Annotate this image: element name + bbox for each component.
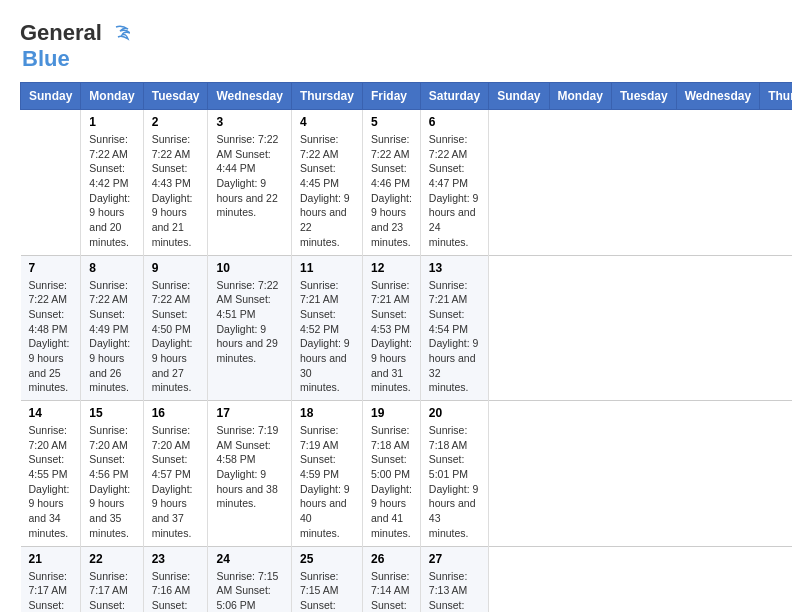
- day-number: 18: [300, 406, 354, 420]
- day-header-sunday: Sunday: [21, 83, 81, 110]
- day-info: Sunrise: 7:22 AM Sunset: 4:50 PM Dayligh…: [152, 278, 200, 396]
- day-number: 1: [89, 115, 134, 129]
- day-header-thursday: Thursday: [291, 83, 362, 110]
- day-info: Sunrise: 7:18 AM Sunset: 5:00 PM Dayligh…: [371, 423, 412, 541]
- day-number: 9: [152, 261, 200, 275]
- calendar-header-row: SundayMondayTuesdayWednesdayThursdayFrid…: [21, 83, 793, 110]
- day-info: Sunrise: 7:22 AM Sunset: 4:45 PM Dayligh…: [300, 132, 354, 250]
- logo-text: General: [20, 20, 130, 46]
- day-info: Sunrise: 7:20 AM Sunset: 4:57 PM Dayligh…: [152, 423, 200, 541]
- calendar-cell: 10Sunrise: 7:22 AM Sunset: 4:51 PM Dayli…: [208, 255, 291, 401]
- calendar-cell: 21Sunrise: 7:17 AM Sunset: 5:03 PM Dayli…: [21, 546, 81, 612]
- day-header-sunday: Sunday: [489, 83, 549, 110]
- calendar-cell: 24Sunrise: 7:15 AM Sunset: 5:06 PM Dayli…: [208, 546, 291, 612]
- day-info: Sunrise: 7:22 AM Sunset: 4:44 PM Dayligh…: [216, 132, 282, 220]
- week-row-3: 14Sunrise: 7:20 AM Sunset: 4:55 PM Dayli…: [21, 401, 793, 547]
- day-info: Sunrise: 7:22 AM Sunset: 4:48 PM Dayligh…: [29, 278, 73, 396]
- day-info: Sunrise: 7:16 AM Sunset: 5:05 PM Dayligh…: [152, 569, 200, 613]
- day-number: 11: [300, 261, 354, 275]
- day-info: Sunrise: 7:19 AM Sunset: 4:58 PM Dayligh…: [216, 423, 282, 511]
- calendar-cell: 14Sunrise: 7:20 AM Sunset: 4:55 PM Dayli…: [21, 401, 81, 547]
- day-info: Sunrise: 7:22 AM Sunset: 4:51 PM Dayligh…: [216, 278, 282, 366]
- calendar-cell: 20Sunrise: 7:18 AM Sunset: 5:01 PM Dayli…: [420, 401, 488, 547]
- day-number: 13: [429, 261, 480, 275]
- week-row-2: 7Sunrise: 7:22 AM Sunset: 4:48 PM Daylig…: [21, 255, 793, 401]
- day-number: 10: [216, 261, 282, 275]
- day-info: Sunrise: 7:19 AM Sunset: 4:59 PM Dayligh…: [300, 423, 354, 541]
- calendar-cell: 6Sunrise: 7:22 AM Sunset: 4:47 PM Daylig…: [420, 110, 488, 256]
- day-number: 23: [152, 552, 200, 566]
- calendar-cell: 1Sunrise: 7:22 AM Sunset: 4:42 PM Daylig…: [81, 110, 143, 256]
- calendar-cell: 27Sunrise: 7:13 AM Sunset: 5:10 PM Dayli…: [420, 546, 488, 612]
- calendar-cell: 11Sunrise: 7:21 AM Sunset: 4:52 PM Dayli…: [291, 255, 362, 401]
- day-number: 19: [371, 406, 412, 420]
- calendar-cell: 2Sunrise: 7:22 AM Sunset: 4:43 PM Daylig…: [143, 110, 208, 256]
- calendar-cell: 17Sunrise: 7:19 AM Sunset: 4:58 PM Dayli…: [208, 401, 291, 547]
- calendar-cell: 16Sunrise: 7:20 AM Sunset: 4:57 PM Dayli…: [143, 401, 208, 547]
- day-number: 21: [29, 552, 73, 566]
- day-number: 17: [216, 406, 282, 420]
- calendar-cell: 13Sunrise: 7:21 AM Sunset: 4:54 PM Dayli…: [420, 255, 488, 401]
- day-info: Sunrise: 7:22 AM Sunset: 4:43 PM Dayligh…: [152, 132, 200, 250]
- day-header-wednesday: Wednesday: [676, 83, 759, 110]
- day-info: Sunrise: 7:15 AM Sunset: 5:06 PM Dayligh…: [216, 569, 282, 613]
- calendar-cell: 15Sunrise: 7:20 AM Sunset: 4:56 PM Dayli…: [81, 401, 143, 547]
- day-number: 5: [371, 115, 412, 129]
- day-info: Sunrise: 7:15 AM Sunset: 5:07 PM Dayligh…: [300, 569, 354, 613]
- day-header-friday: Friday: [362, 83, 420, 110]
- day-number: 22: [89, 552, 134, 566]
- day-header-tuesday: Tuesday: [143, 83, 208, 110]
- day-header-wednesday: Wednesday: [208, 83, 291, 110]
- day-header-monday: Monday: [81, 83, 143, 110]
- calendar-cell: 8Sunrise: 7:22 AM Sunset: 4:49 PM Daylig…: [81, 255, 143, 401]
- calendar-cell: 22Sunrise: 7:17 AM Sunset: 5:04 PM Dayli…: [81, 546, 143, 612]
- day-number: 3: [216, 115, 282, 129]
- calendar-cell: 23Sunrise: 7:16 AM Sunset: 5:05 PM Dayli…: [143, 546, 208, 612]
- calendar-cell: 5Sunrise: 7:22 AM Sunset: 4:46 PM Daylig…: [362, 110, 420, 256]
- day-number: 14: [29, 406, 73, 420]
- logo-blue-text: Blue: [22, 46, 70, 71]
- day-header-saturday: Saturday: [420, 83, 488, 110]
- day-number: 12: [371, 261, 412, 275]
- day-info: Sunrise: 7:20 AM Sunset: 4:55 PM Dayligh…: [29, 423, 73, 541]
- calendar-cell: 18Sunrise: 7:19 AM Sunset: 4:59 PM Dayli…: [291, 401, 362, 547]
- calendar-cell: 3Sunrise: 7:22 AM Sunset: 4:44 PM Daylig…: [208, 110, 291, 256]
- day-number: 20: [429, 406, 480, 420]
- day-info: Sunrise: 7:22 AM Sunset: 4:46 PM Dayligh…: [371, 132, 412, 250]
- calendar-cell: 9Sunrise: 7:22 AM Sunset: 4:50 PM Daylig…: [143, 255, 208, 401]
- day-number: 7: [29, 261, 73, 275]
- calendar-cell: 4Sunrise: 7:22 AM Sunset: 4:45 PM Daylig…: [291, 110, 362, 256]
- day-info: Sunrise: 7:22 AM Sunset: 4:47 PM Dayligh…: [429, 132, 480, 250]
- day-number: 27: [429, 552, 480, 566]
- day-info: Sunrise: 7:18 AM Sunset: 5:01 PM Dayligh…: [429, 423, 480, 541]
- calendar-cell: [21, 110, 81, 256]
- page-header: General Blue: [20, 20, 772, 72]
- calendar-cell: 25Sunrise: 7:15 AM Sunset: 5:07 PM Dayli…: [291, 546, 362, 612]
- day-header-monday: Monday: [549, 83, 611, 110]
- day-number: 8: [89, 261, 134, 275]
- calendar-cell: 26Sunrise: 7:14 AM Sunset: 5:08 PM Dayli…: [362, 546, 420, 612]
- calendar-cell: 7Sunrise: 7:22 AM Sunset: 4:48 PM Daylig…: [21, 255, 81, 401]
- day-number: 6: [429, 115, 480, 129]
- day-info: Sunrise: 7:17 AM Sunset: 5:03 PM Dayligh…: [29, 569, 73, 613]
- day-number: 15: [89, 406, 134, 420]
- week-row-4: 21Sunrise: 7:17 AM Sunset: 5:03 PM Dayli…: [21, 546, 793, 612]
- day-number: 24: [216, 552, 282, 566]
- day-info: Sunrise: 7:22 AM Sunset: 4:42 PM Dayligh…: [89, 132, 134, 250]
- day-header-thursday: Thursday: [760, 83, 792, 110]
- day-info: Sunrise: 7:14 AM Sunset: 5:08 PM Dayligh…: [371, 569, 412, 613]
- logo: General Blue: [20, 20, 130, 72]
- day-info: Sunrise: 7:17 AM Sunset: 5:04 PM Dayligh…: [89, 569, 134, 613]
- day-number: 25: [300, 552, 354, 566]
- day-number: 26: [371, 552, 412, 566]
- day-number: 16: [152, 406, 200, 420]
- day-info: Sunrise: 7:20 AM Sunset: 4:56 PM Dayligh…: [89, 423, 134, 541]
- calendar-cell: 12Sunrise: 7:21 AM Sunset: 4:53 PM Dayli…: [362, 255, 420, 401]
- calendar-cell: 19Sunrise: 7:18 AM Sunset: 5:00 PM Dayli…: [362, 401, 420, 547]
- day-info: Sunrise: 7:21 AM Sunset: 4:52 PM Dayligh…: [300, 278, 354, 396]
- day-header-tuesday: Tuesday: [611, 83, 676, 110]
- week-row-1: 1Sunrise: 7:22 AM Sunset: 4:42 PM Daylig…: [21, 110, 793, 256]
- day-number: 4: [300, 115, 354, 129]
- calendar-table: SundayMondayTuesdayWednesdayThursdayFrid…: [20, 82, 792, 612]
- day-info: Sunrise: 7:22 AM Sunset: 4:49 PM Dayligh…: [89, 278, 134, 396]
